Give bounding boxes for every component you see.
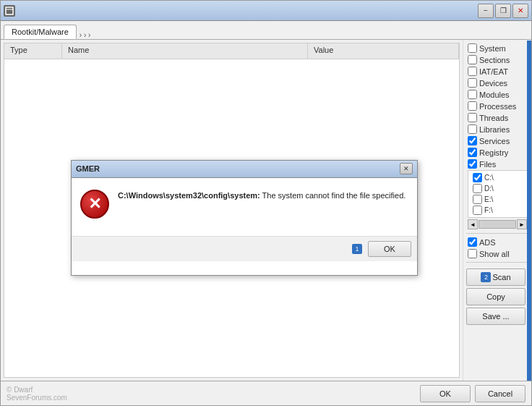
- scan-label: Scan: [492, 273, 510, 282]
- tab-bar: Rootkit/Malware › › ›: [1, 21, 531, 40]
- checkbox-sections-label: Sections: [479, 56, 510, 64]
- dialog-message-bold: C:\Windows\system32\config\system:: [118, 191, 260, 200]
- app-icon: [4, 5, 15, 17]
- divider: [466, 233, 528, 234]
- col-header-name: Name: [62, 43, 308, 59]
- scan-badge: 2: [481, 272, 491, 282]
- ok-button[interactable]: OK: [420, 385, 471, 402]
- dialog-close-button[interactable]: ✕: [400, 163, 413, 174]
- dialog-footer: 1 OK: [72, 236, 417, 261]
- tab-arrows[interactable]: › › ›: [77, 31, 94, 39]
- dialog-ok-badge: 1: [352, 244, 362, 254]
- checkbox-iat-eat[interactable]: IAT/EAT: [466, 66, 528, 77]
- checkbox-e-input[interactable]: [473, 195, 482, 204]
- scroll-left-button[interactable]: ◄: [468, 219, 478, 229]
- copy-button[interactable]: Copy: [466, 288, 525, 305]
- checkbox-modules[interactable]: Modules: [466, 89, 528, 100]
- watermark-line1: © Dwarf: [7, 386, 67, 394]
- blue-accent-bar: [527, 41, 531, 381]
- checkbox-e-drive[interactable]: E:\: [471, 194, 525, 205]
- dialog-ok-button[interactable]: OK: [368, 241, 411, 257]
- checkbox-c-label: C:\: [484, 174, 494, 182]
- scroll-right-button[interactable]: ►: [517, 219, 527, 229]
- checkbox-devices[interactable]: Devices: [466, 77, 528, 88]
- checkbox-files[interactable]: Files: [466, 158, 528, 169]
- checkbox-f-drive[interactable]: F:\: [471, 205, 525, 216]
- checkbox-registry-label: Registry: [479, 148, 508, 157]
- checkbox-services-label: Services: [479, 137, 510, 145]
- checkbox-f-input[interactable]: [473, 206, 482, 215]
- dialog-message-text: The system cannot find the file specifie…: [260, 191, 406, 200]
- checkbox-libraries-label: Libraries: [479, 125, 510, 134]
- scan-button[interactable]: 2 Scan: [466, 268, 525, 286]
- checkbox-libraries-input[interactable]: [468, 124, 477, 134]
- checkbox-iat-eat-label: IAT/EAT: [479, 67, 508, 76]
- window-controls: − ❐ ✕: [478, 4, 528, 18]
- error-icon: ✕: [80, 190, 109, 219]
- checkbox-d-input[interactable]: [473, 184, 482, 193]
- checkbox-system-label: System: [479, 44, 506, 53]
- checkbox-c-drive[interactable]: C:\: [471, 172, 525, 183]
- checkbox-show-all-label: Show all: [479, 250, 510, 258]
- checkbox-modules-input[interactable]: [468, 90, 477, 99]
- checkbox-threads[interactable]: Threads: [466, 112, 528, 123]
- scroll-track: [479, 220, 516, 229]
- checkbox-registry-input[interactable]: [468, 148, 477, 157]
- checkbox-iat-eat-input[interactable]: [468, 67, 477, 76]
- dialog-title: GMER: [76, 164, 400, 173]
- scroll-bar: ◄ ►: [466, 219, 528, 230]
- bottom-buttons: OK Cancel: [420, 385, 525, 402]
- svg-rect-0: [6, 7, 13, 14]
- col-header-value: Value: [308, 43, 459, 59]
- watermark: © Dwarf SevenForums.com: [7, 386, 67, 402]
- checkbox-registry[interactable]: Registry: [466, 147, 528, 158]
- checkbox-devices-label: Devices: [479, 79, 507, 88]
- checkbox-processes-label: Processes: [479, 102, 516, 111]
- gmer-dialog: GMER ✕ ✕ C:\Windows\system32\config\syst…: [71, 160, 418, 276]
- files-sub-panel: C:\ D:\ E:\ F:\: [468, 170, 528, 218]
- dialog-title-bar: GMER ✕: [72, 161, 417, 178]
- tab-rootkit-malware[interactable]: Rootkit/Malware: [4, 25, 77, 39]
- checkbox-d-label: D:\: [484, 185, 494, 193]
- dialog-message: C:\Windows\system32\config\system: The s…: [118, 190, 408, 202]
- checkbox-threads-input[interactable]: [468, 113, 477, 122]
- checkbox-libraries[interactable]: Libraries: [466, 124, 528, 135]
- table-header: Type Name Value: [4, 43, 459, 59]
- divider2: [466, 262, 528, 263]
- checkbox-e-label: E:\: [484, 195, 493, 203]
- bottom-bar: © Dwarf SevenForums.com OK Cancel: [1, 381, 531, 405]
- checkbox-d-drive[interactable]: D:\: [471, 183, 525, 194]
- cancel-button[interactable]: Cancel: [475, 385, 525, 402]
- checkbox-services[interactable]: Services: [466, 135, 528, 146]
- title-bar: − ❐ ✕: [1, 1, 531, 21]
- options-panel: System Sections IAT/EAT Devices Modules …: [463, 40, 531, 381]
- checkbox-ads-input[interactable]: [468, 237, 477, 247]
- checkbox-f-label: F:\: [484, 206, 493, 214]
- col-header-type: Type: [4, 43, 62, 59]
- checkbox-threads-label: Threads: [479, 114, 508, 122]
- checkbox-ads-label: ADS: [479, 238, 496, 247]
- save-button[interactable]: Save ...: [466, 308, 525, 325]
- checkbox-ads[interactable]: ADS: [466, 237, 528, 248]
- checkbox-services-input[interactable]: [468, 136, 477, 145]
- minimize-button[interactable]: −: [478, 4, 494, 18]
- error-circle: ✕: [80, 190, 109, 219]
- checkbox-c-input[interactable]: [473, 173, 482, 182]
- checkbox-show-all-input[interactable]: [468, 249, 477, 258]
- checkbox-show-all[interactable]: Show all: [466, 248, 528, 259]
- checkbox-sections[interactable]: Sections: [466, 54, 528, 65]
- checkbox-processes[interactable]: Processes: [466, 101, 528, 111]
- checkbox-files-input[interactable]: [468, 159, 477, 169]
- checkbox-system-input[interactable]: [468, 43, 477, 53]
- checkbox-sections-input[interactable]: [468, 55, 477, 64]
- checkbox-devices-input[interactable]: [468, 78, 477, 88]
- checkbox-system[interactable]: System: [466, 43, 528, 54]
- watermark-line2: SevenForums.com: [7, 394, 67, 402]
- checkbox-files-label: Files: [479, 160, 496, 169]
- action-buttons: 2 Scan Copy Save ...: [466, 268, 528, 325]
- checkbox-processes-input[interactable]: [468, 101, 477, 111]
- checkbox-modules-label: Modules: [479, 90, 510, 99]
- close-button[interactable]: ✕: [512, 4, 528, 18]
- dialog-body: ✕ C:\Windows\system32\config\system: The…: [72, 178, 417, 236]
- restore-button[interactable]: ❐: [495, 4, 511, 18]
